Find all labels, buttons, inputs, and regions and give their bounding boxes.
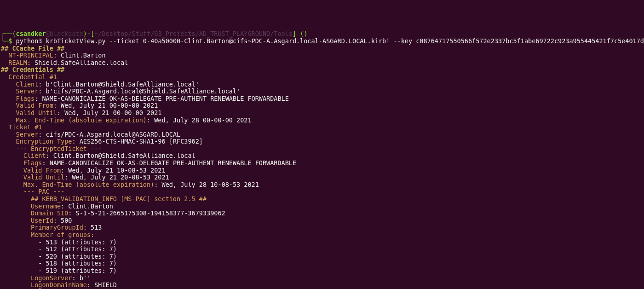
- v-max-end: : Wed, July 28 00-00-00 2021: [147, 116, 252, 124]
- k-nt-principal: NT-PRINCIPAL: [1, 52, 53, 59]
- k-realm: REALM: [1, 59, 27, 66]
- ticket-header: Ticket #1: [1, 123, 42, 131]
- v-et-valid-until: : Wed, July 21 20-08-53 2021: [64, 173, 169, 181]
- terminal-output[interactable]: ┌──(csandker@blackgate)-[~/Desktop/Stuff…: [0, 22, 644, 289]
- k-client: Client: [1, 81, 38, 88]
- k-logonserver: LogonServer: [1, 274, 72, 282]
- v-userid: : 500: [53, 217, 72, 224]
- prompt-cwd: ~/Desktop/Stuff/03_Projects/AD_TRUST_PLA…: [94, 30, 293, 37]
- prompt-host: blackgate: [50, 30, 83, 37]
- k-logondomainname: LogonDomainName: [1, 281, 87, 289]
- prompt-user: csandker: [16, 30, 46, 37]
- kvi-header: ## KERB_VALIDATION_INFO [MS-PAC] section…: [1, 195, 207, 202]
- v-valid-until: : Wed, July 21 00-00-00 2021: [57, 109, 162, 116]
- k-flags: Flags: [1, 95, 34, 102]
- prompt-at: @: [46, 30, 50, 37]
- prompt-open: ┌──(: [1, 30, 16, 37]
- group-item: - 512 (attributes: 7): [1, 245, 117, 253]
- v-server: : b'cifs/PDC-A.Asgard.local@Shield.SafeA…: [38, 87, 240, 95]
- header-credentials: ## Credentials ##: [1, 66, 64, 73]
- header-ccache: ## CCache File ##: [1, 45, 64, 52]
- v-t-enc: : AES256-CTS-HMAC-SHA1-96 [RFC3962]: [72, 138, 202, 145]
- member-of-groups-header: Member of groups:: [1, 231, 94, 238]
- prompt-line2-prefix: └─: [1, 37, 8, 45]
- v-logondomainname: : SHIELD: [87, 281, 117, 289]
- v-username: : Clint.Barton: [61, 202, 113, 210]
- pac-header: --- PAC ---: [1, 188, 64, 195]
- v-domain-sid: : S-1-5-21-2665175308-194158377-36793390…: [68, 209, 225, 217]
- v-valid-from: : Wed, July 21 00-00-00 2021: [53, 102, 158, 109]
- k-t-server: Server: [1, 131, 38, 138]
- v-client: : b'Clint.Barton@Shield.SafeAlliance.loc…: [38, 81, 199, 88]
- k-et-valid-until: Valid Until: [1, 173, 64, 181]
- k-username: Username: [1, 202, 61, 210]
- prompt-close-bracket: ] (): [293, 30, 308, 37]
- group-item: - 513 (attributes: 7): [1, 238, 117, 246]
- v-realm: : Shield.SafeAlliance.local: [27, 59, 128, 66]
- k-domain-sid: Domain SID: [1, 209, 68, 217]
- k-primarygroupid: PrimaryGroupId: [1, 224, 83, 231]
- v-et-client: : Clint.Barton@Shield.SafeAlliance.local: [46, 152, 196, 159]
- k-et-flags: Flags: [1, 159, 42, 167]
- v-et-flags: : NAME-CANONICALIZE OK-AS-DELEGATE PRE-A…: [42, 159, 296, 167]
- k-t-enc: Encryption Type: [1, 138, 72, 145]
- v-nt-principal: : Clint.Barton: [53, 52, 106, 59]
- k-et-max-end: Max. End-Time (absolute expiration): [1, 181, 154, 188]
- k-server: Server: [1, 87, 38, 95]
- prompt-paren-close: )-[: [83, 30, 94, 37]
- k-userid: UserId: [1, 217, 53, 224]
- prompt-dollar: $: [8, 37, 16, 45]
- k-valid-from: Valid From: [1, 102, 53, 109]
- v-logonserver: : b'': [72, 274, 91, 282]
- group-item: - 520 (attributes: 7): [1, 253, 117, 260]
- credential-header: Credential #1: [1, 73, 57, 81]
- k-et-valid-from: Valid From: [1, 167, 61, 174]
- group-item: - 518 (attributes: 7): [1, 260, 117, 267]
- v-flags: : NAME-CANONICALIZE OK-AS-DELEGATE PRE-A…: [34, 95, 289, 102]
- k-valid-until: Valid Until: [1, 109, 57, 116]
- command-line: python3 krbTicketView.py --ticket 0-40a5…: [16, 37, 644, 45]
- encrypted-ticket-header: --- EncryptedTicket ---: [1, 145, 102, 152]
- v-et-max-end: : Wed, July 28 10-08-53 2021: [154, 181, 259, 188]
- group-item: - 519 (attributes: 7): [1, 267, 117, 274]
- k-et-client: Client: [1, 152, 46, 159]
- v-primarygroupid: : 513: [83, 224, 102, 231]
- v-et-valid-from: : Wed, July 21 10-08-53 2021: [61, 167, 166, 174]
- k-max-end: Max. End-Time (absolute expiration): [1, 116, 147, 124]
- v-t-server: : cifs/PDC-A.Asgard.local@ASGARD.LOCAL: [38, 131, 180, 138]
